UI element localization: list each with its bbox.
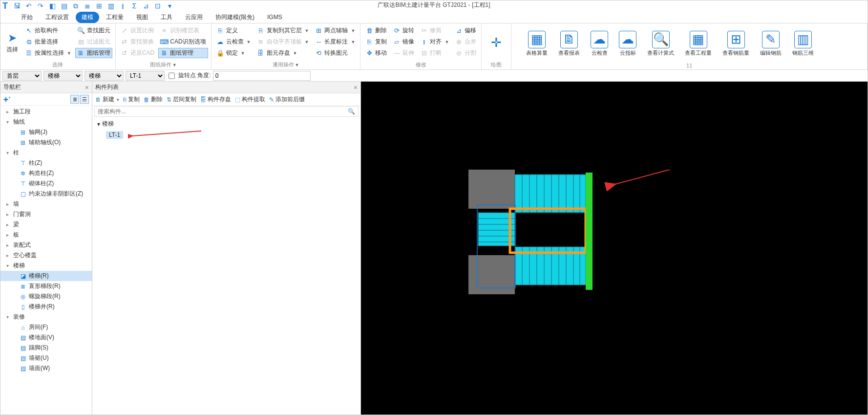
nav-item[interactable]: ◪楼梯(R) — [0, 271, 92, 281]
nav-item[interactable]: ⊞轴网(J) — [0, 127, 92, 137]
menu-tab[interactable]: 视图 — [130, 12, 154, 23]
point-draw-icon[interactable]: ✛ — [487, 34, 505, 52]
menu-tab[interactable]: IGMS — [261, 12, 288, 22]
qat-icon[interactable]: ⊿ — [142, 1, 150, 10]
comp-tree-root[interactable]: ▾ 楼梯 — [95, 119, 358, 129]
ribbon-button[interactable]: ⎘定义 — [214, 25, 253, 36]
review-button[interactable]: 🔍查看计算式 — [644, 25, 677, 62]
complist-toolbar-button[interactable]: ⎘复制 — [123, 95, 140, 104]
ribbon-button[interactable]: ⌨CAD识别选项 — [158, 37, 208, 47]
qat-icon[interactable]: ⊞ — [95, 1, 104, 10]
view-tree-icon[interactable]: ☰ — [80, 95, 89, 104]
menu-tab[interactable]: 云应用 — [179, 12, 209, 23]
category2-select[interactable]: 楼梯 — [85, 71, 124, 81]
review-button[interactable]: ✎编辑钢筋 — [757, 25, 784, 62]
ribbon-button[interactable]: ↔长度标注▼ — [313, 37, 357, 47]
nav-item[interactable]: ⊞辅助轴线(O) — [0, 137, 92, 148]
ribbon-button[interactable]: ▱镜像 — [391, 37, 416, 47]
menu-tab[interactable]: 工具 — [155, 12, 178, 23]
menu-tab[interactable]: 建模 — [76, 12, 99, 23]
ribbon-button[interactable]: 🗄图元存盘▼ — [255, 48, 311, 58]
complist-toolbar-button[interactable]: 🗎新建▾ — [95, 95, 119, 104]
qat-icon[interactable]: ⧉ — [71, 1, 80, 10]
ribbon-button[interactable]: ☰按属性选择▼ — [23, 48, 73, 58]
qat-dropdown-icon[interactable]: ▾ — [165, 1, 174, 10]
qat-icon[interactable]: ▥ — [106, 1, 115, 10]
review-button[interactable]: 🗎查看报表 — [555, 25, 583, 62]
nav-group[interactable]: ▸梁 — [0, 219, 92, 230]
instance-select[interactable]: LT-1 — [126, 71, 165, 81]
qat-icon[interactable]: Σ — [130, 1, 139, 10]
nav-item[interactable]: ▯楼梯井(R) — [0, 302, 92, 312]
ribbon-button[interactable]: ⊞两点辅轴▼ — [313, 25, 357, 36]
ribbon-button[interactable]: 🗎图纸管理 — [158, 48, 208, 58]
view-list-icon[interactable]: ≣ — [70, 95, 79, 104]
qat-icon[interactable]: ⫿ — [118, 1, 127, 10]
ribbon-button[interactable]: ☁云检查▼ — [214, 37, 253, 47]
close-icon[interactable]: × — [354, 84, 358, 91]
search-icon[interactable]: 🔍 — [345, 108, 358, 115]
nav-item[interactable]: ▤楼地面(V) — [0, 332, 92, 343]
nav-group[interactable]: ▸门窗洞 — [0, 209, 92, 219]
nav-item[interactable]: ◎螺旋梯段(R) — [0, 291, 92, 302]
complist-toolbar-button[interactable]: ⇅层间复制 — [167, 95, 196, 104]
nav-group[interactable]: ▾轴线 — [0, 117, 92, 127]
comp-tree-item[interactable]: LT-1 — [106, 131, 123, 139]
complist-toolbar-button[interactable]: ⬚构件提取 — [235, 95, 265, 104]
nav-group[interactable]: ▸板 — [0, 230, 92, 240]
qat-undo-icon[interactable]: ↶ — [24, 1, 33, 10]
ribbon-button[interactable]: 🗑删除 — [363, 25, 389, 36]
nav-item[interactable]: ▤墙裙(U) — [0, 353, 92, 363]
qat-save-icon[interactable]: 🖫 — [13, 1, 21, 10]
complist-toolbar-button[interactable]: ✎添加前后缀 — [269, 95, 305, 104]
ribbon-button[interactable]: ⟳旋转 — [391, 25, 416, 36]
ribbon-button[interactable]: ⊿偏移 — [453, 25, 478, 36]
ribbon-button[interactable]: ✥移动 — [363, 48, 389, 58]
review-button[interactable]: ▦表格算量 — [523, 25, 550, 62]
add-icon[interactable]: ✚+ — [3, 95, 11, 103]
nav-item[interactable]: ⊤柱(Z) — [0, 158, 92, 168]
nav-group[interactable]: ▾柱 — [0, 148, 92, 158]
ribbon-button[interactable]: 🗎图纸管理 — [75, 48, 112, 58]
qat-icon[interactable]: ▤ — [60, 1, 68, 10]
rotation-input[interactable] — [213, 71, 311, 81]
complist-toolbar-button[interactable]: 🗄构件存盘 — [200, 95, 231, 104]
ribbon-button[interactable]: 🔍查找图元 — [75, 25, 112, 36]
nav-group[interactable]: ▾楼梯 — [0, 261, 92, 271]
qat-redo-icon[interactable]: ↷ — [36, 1, 45, 10]
qat-icon[interactable]: ⊡ — [153, 1, 162, 10]
search-input[interactable] — [95, 107, 345, 116]
ribbon-button[interactable]: 🔒锁定▼ — [214, 48, 253, 58]
nav-group[interactable]: ▸施工段 — [0, 107, 92, 117]
review-button[interactable]: ▥钢筋三维 — [789, 25, 817, 62]
review-button[interactable]: ⊞查看钢筋量 — [720, 25, 752, 62]
cursor-icon[interactable]: ➤ — [8, 32, 17, 44]
nav-item[interactable]: ▤踢脚(S) — [0, 343, 92, 353]
menu-tab[interactable]: 协同建模(限免) — [210, 12, 260, 23]
rotation-checkbox[interactable] — [169, 71, 175, 81]
menu-tab[interactable]: 工程量 — [100, 12, 129, 23]
nav-group[interactable]: ▸墙 — [0, 199, 92, 209]
qat-icon[interactable]: ≣ — [83, 1, 92, 10]
nav-group[interactable]: ▸装配式 — [0, 240, 92, 250]
menu-tab[interactable]: 开始 — [15, 12, 39, 23]
floor-select[interactable]: 首层 — [2, 71, 42, 81]
review-button[interactable]: ☁云指标 — [616, 25, 639, 62]
nav-group[interactable]: ▾装修 — [0, 312, 92, 322]
ribbon-button[interactable]: ⧉批量选择 — [23, 37, 73, 47]
close-icon[interactable]: × — [85, 84, 89, 91]
qat-icon[interactable]: ◧ — [48, 1, 57, 10]
ribbon-button[interactable]: ⟲转换图元 — [313, 48, 357, 58]
ribbon-button[interactable]: ⫿对齐▼ — [418, 37, 451, 47]
nav-item[interactable]: ✲构造柱(Z) — [0, 168, 92, 178]
menu-tab[interactable]: 工程设置 — [40, 12, 75, 23]
ribbon-button[interactable]: ⎘复制 — [363, 37, 389, 47]
model-canvas[interactable] — [361, 82, 868, 415]
nav-item[interactable]: ⊤砌体柱(Z) — [0, 178, 92, 189]
nav-item[interactable]: ▤墙面(W) — [0, 363, 92, 373]
complist-toolbar-button[interactable]: 🗑删除 — [144, 95, 163, 104]
nav-item[interactable]: ⌂房间(F) — [0, 322, 92, 332]
ribbon-button[interactable]: ⎘复制到其它层▼ — [255, 25, 311, 36]
nav-group[interactable]: ▸空心楼盖 — [0, 250, 92, 261]
review-button[interactable]: ▦查看工程量 — [682, 25, 715, 62]
